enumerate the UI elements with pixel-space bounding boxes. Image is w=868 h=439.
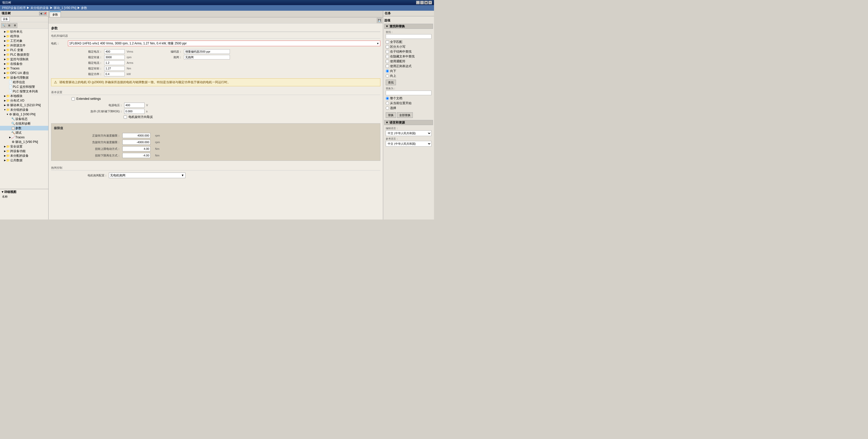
center-panel: 参数 💾 参数 电机和编码器 电机： 1FL6042-1AF61-xAx1 40…: [49, 11, 383, 220]
selection-radio[interactable]: [386, 106, 389, 110]
breadcrumb: PREP设备旧程序 ▶ 未分组的设备 ▶ 驱动_1 [V90 PN] ▶ 参数: [2, 6, 87, 10]
section-title: 参数: [51, 26, 380, 32]
power-voltage-input[interactable]: [124, 103, 145, 108]
pos-torque-input[interactable]: [122, 146, 151, 151]
edit-lang-select[interactable]: 中文 (中华人民共和国): [386, 130, 431, 136]
motor-dropdown[interactable]: 1FL6042-1AF61-xAx1 400 Vrms, 3000 rpm, 1…: [68, 41, 380, 46]
param-icon: 📋: [11, 126, 15, 130]
pos-speed-unit: rpm: [155, 134, 164, 137]
tree-item-cross-dev[interactable]: ▶ 📁 跨设备功能: [0, 149, 48, 154]
name-label: 名称: [1, 194, 47, 199]
tree-item-software[interactable]: ▶ 📁 软件单元: [0, 29, 48, 34]
tree-item-monitor[interactable]: ▶ 📁 监控与强制表: [0, 57, 48, 62]
pos-torque-unit: Nm: [155, 147, 164, 150]
replace-all-button[interactable]: 全部替换: [397, 112, 413, 118]
tree-item-device-config[interactable]: 🔧 设备组态: [0, 116, 48, 121]
from-current-radio[interactable]: [386, 102, 389, 105]
config-icon: 🔧: [11, 117, 15, 121]
tree-item-debug[interactable]: 🔨 调试: [0, 130, 48, 135]
tree-item-plc-alarm[interactable]: 📄 PLC 报警文本列表: [0, 89, 48, 94]
close-button[interactable]: ✕: [428, 1, 432, 4]
tree-label: 调试: [15, 131, 48, 135]
settings-icon[interactable]: ⚙: [12, 23, 18, 28]
expand-arrow: ▼: [6, 113, 9, 115]
tree-label: 在线备份: [10, 62, 48, 66]
tree-item-online-diag[interactable]: 🔍 在线和诊断: [0, 121, 48, 126]
tree-item-plc-monitor[interactable]: 📄 PLC 监控和报警: [0, 85, 48, 89]
tree-item-ungrouped2[interactable]: ▶ 📁 未分配的设备: [0, 154, 48, 158]
breadcrumb-bar: PREP设备旧程序 ▶ 未分组的设备 ▶ 驱动_1 [V90 PN] ▶ 参数: [0, 5, 434, 11]
tree-label: 未分配的设备: [10, 154, 48, 158]
neg-speed-label: 负旋转方向速度极限：: [69, 140, 120, 144]
tree-item-traces2[interactable]: ▶ 📈 Traces: [0, 135, 48, 140]
tree-item-prog-info[interactable]: 📄 程序信息: [0, 80, 48, 85]
folder-icon: 📁: [6, 58, 10, 61]
use-regex-row: 使用正则表达式: [386, 64, 431, 68]
tree-item-pubdata[interactable]: ▶ 📁 公共数据: [0, 158, 48, 163]
find-button[interactable]: 查找: [386, 80, 396, 85]
tree-item-safety[interactable]: ▶ 📁 安全设置: [0, 144, 48, 149]
full-match-checkbox[interactable]: [386, 40, 389, 44]
language-content: 编辑语言： 中文 (中华人民共和国) 参考语言： 中文 (中华人民共和国): [384, 126, 433, 148]
neg-speed-input[interactable]: [122, 140, 151, 145]
whole-doc-radio[interactable]: [386, 97, 389, 100]
case-sensitive-checkbox[interactable]: [386, 45, 389, 48]
grid-icon[interactable]: ⊞: [7, 23, 12, 28]
brake-config-value: 无电机抱闸: [110, 173, 125, 178]
tree-label: 驱动单元_1 [S210 PN]: [10, 103, 48, 107]
tab-devices[interactable]: 设备: [1, 17, 10, 22]
tree-item-ungrouped[interactable]: ▼ 📁 未分组的设备: [0, 107, 48, 112]
find-input[interactable]: [386, 34, 431, 39]
use-wildcard-checkbox[interactable]: [386, 60, 389, 63]
tree-item-drive-unit[interactable]: ▶ ⚙ 驱动单元_1 [S210 PN]: [0, 103, 48, 107]
detail-panel-header[interactable]: ▼ 详细视图: [1, 190, 47, 194]
in-hidden-checkbox[interactable]: [386, 55, 389, 58]
tree-item-plcvar[interactable]: ▶ 📁 PLC 变量: [0, 48, 48, 52]
replace-button[interactable]: 替换: [386, 112, 396, 118]
expand-arrow: ▶: [4, 159, 6, 162]
in-hidden-label: 在隐藏文本中查找: [390, 54, 414, 59]
extended-checkbox[interactable]: [71, 97, 75, 101]
find-replace-accordion[interactable]: ▼ 查找和替换: [384, 24, 433, 29]
neg-torque-input[interactable]: [122, 153, 151, 158]
restore-button[interactable]: □: [420, 1, 424, 4]
pos-speed-input[interactable]: [122, 133, 151, 138]
tab-params[interactable]: 参数: [50, 11, 61, 17]
minimize-button[interactable]: _: [416, 1, 420, 4]
tree-item-plctype[interactable]: ▶ 📁 PLC 数据类型: [0, 52, 48, 57]
tree-item-backup[interactable]: ▶ 📁 在线备份: [0, 62, 48, 66]
use-regex-checkbox[interactable]: [386, 65, 389, 68]
tree-item-dist-io[interactable]: ▶ 📁 分布式 I/O: [0, 98, 48, 103]
expand-arrow: ▶: [4, 30, 6, 33]
tree-item-drive1[interactable]: ▼ ⚙ 驱动_1 [V90 PN]: [0, 112, 48, 116]
brake-config-dropdown[interactable]: 无电机抱闸 ▼: [109, 173, 185, 178]
direction-down-radio[interactable]: [386, 69, 389, 73]
tree-item-programs[interactable]: ▶ 📁 程序块: [0, 34, 48, 38]
expand-arrow: ▶: [4, 40, 6, 42]
reverse-checkbox[interactable]: [124, 115, 127, 119]
panel-pin-button[interactable]: 📌: [43, 12, 47, 15]
save-icon[interactable]: 💾: [377, 18, 382, 23]
rated-power-unit: kW: [127, 72, 140, 75]
in-subtree-checkbox[interactable]: [386, 50, 389, 53]
tree-item-external[interactable]: ▶ 📁 外部源文件: [0, 43, 48, 48]
limits-box: 极限值 正旋转方向速度极限： rpm 负旋转方向速度极限： rpm 扭矩上限电动…: [51, 123, 380, 161]
tree-item-tech[interactable]: ▶ 📁 工艺对象: [0, 38, 48, 43]
search-icon[interactable]: 🔍: [1, 23, 6, 28]
maximize-button[interactable]: ▣: [424, 1, 428, 4]
from-current-label: 从当前位置开始: [390, 101, 411, 105]
tree-item-local[interactable]: ▶ 📁 本地模块: [0, 94, 48, 98]
tree-label: 跨设备功能: [10, 149, 48, 154]
tree-item-drive1b[interactable]: ⚙ 驱动_1 [V90 PN]: [0, 140, 48, 144]
replace-input[interactable]: [386, 91, 431, 95]
language-accordion[interactable]: ▼ 语言和资源: [384, 120, 433, 125]
direction-up-radio[interactable]: [386, 74, 389, 77]
tree-item-opcua[interactable]: ▶ 📁 OPC UA 通信: [0, 71, 48, 75]
tree-label: 工艺对象: [10, 39, 48, 43]
tree-item-traces[interactable]: ▶ 📁 Traces: [0, 66, 48, 71]
tree-item-params[interactable]: 📋 参数: [0, 126, 48, 130]
tree-item-device-data[interactable]: ▶ 📁 设备代理数据: [0, 75, 48, 80]
panel-collapse-button[interactable]: ◀: [39, 12, 43, 15]
ref-lang-select[interactable]: 中文 (中华人民共和国): [386, 141, 431, 146]
emergency-stop-input[interactable]: [124, 109, 145, 114]
